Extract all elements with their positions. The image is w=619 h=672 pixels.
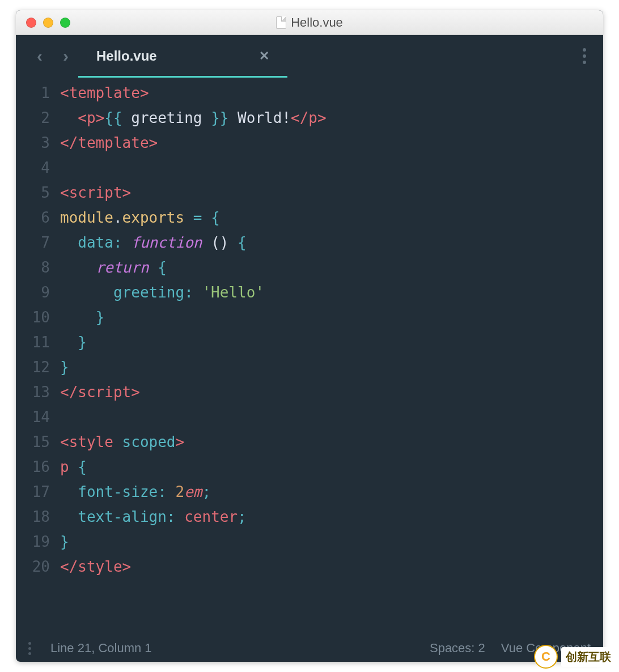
status-bar: Line 21, Column 1 Spaces: 2 Vue Componen…	[16, 635, 603, 662]
code-line[interactable]: return {	[60, 255, 603, 280]
line-number: 14	[16, 405, 50, 429]
line-number: 2	[16, 105, 50, 130]
code-line[interactable]: text-align: center;	[60, 504, 603, 529]
line-number: 17	[16, 479, 50, 504]
code-line[interactable]: <template>	[60, 80, 603, 105]
line-number: 3	[16, 130, 50, 155]
line-number: 12	[16, 355, 50, 380]
line-number: 4	[16, 155, 50, 180]
code-line[interactable]: data: function () {	[60, 230, 603, 255]
nav-forward-button[interactable]: ›	[58, 46, 74, 66]
line-number-gutter: 1234567891011121314151617181920	[16, 80, 58, 635]
code-line[interactable]	[60, 405, 603, 429]
close-tab-icon[interactable]: ✕	[259, 49, 269, 63]
cursor-position[interactable]: Line 21, Column 1	[50, 641, 152, 656]
line-number: 7	[16, 230, 50, 255]
code-line[interactable]	[60, 155, 603, 180]
syntax-mode[interactable]: Vue Component	[501, 641, 591, 656]
active-tab-indicator	[78, 76, 287, 78]
code-line[interactable]: module.exports = {	[60, 205, 603, 230]
code-line[interactable]: }	[60, 305, 603, 330]
code-line[interactable]: <p>{{ greeting }} World!</p>	[60, 105, 603, 130]
titlebar: Hello.vue	[16, 10, 603, 35]
file-icon	[276, 16, 286, 29]
code-line[interactable]: <style scoped>	[60, 429, 603, 454]
window-title-text: Hello.vue	[291, 15, 343, 30]
window-title: Hello.vue	[16, 15, 603, 30]
close-window-button[interactable]	[26, 18, 36, 28]
tab-bar: ‹ › Hello.vue ✕	[16, 35, 603, 77]
nav-back-button[interactable]: ‹	[32, 46, 48, 66]
code-line[interactable]: </style>	[60, 554, 603, 579]
code-line[interactable]: <script>	[60, 180, 603, 205]
tab-label: Hello.vue	[96, 48, 157, 64]
line-number: 1	[16, 80, 50, 105]
status-menu-button[interactable]	[28, 642, 31, 655]
indent-setting[interactable]: Spaces: 2	[430, 641, 485, 656]
line-number: 19	[16, 529, 50, 554]
code-line[interactable]: }	[60, 529, 603, 554]
code-line[interactable]: }	[60, 330, 603, 355]
line-number: 5	[16, 180, 50, 205]
line-number: 16	[16, 454, 50, 479]
line-number: 11	[16, 330, 50, 355]
line-number: 6	[16, 205, 50, 230]
line-number: 8	[16, 255, 50, 280]
code-line[interactable]: }	[60, 355, 603, 380]
window-controls	[16, 18, 70, 28]
tab-hello-vue[interactable]: Hello.vue ✕	[84, 42, 282, 70]
line-number: 13	[16, 380, 50, 405]
code-line[interactable]: greeting: 'Hello'	[60, 280, 603, 305]
code-editor[interactable]: 1234567891011121314151617181920 <templat…	[16, 77, 603, 635]
line-number: 9	[16, 280, 50, 305]
editor-window: Hello.vue ‹ › Hello.vue ✕ 12345678910111…	[16, 10, 603, 662]
maximize-window-button[interactable]	[60, 18, 70, 28]
line-number: 20	[16, 554, 50, 579]
more-options-button[interactable]	[577, 42, 592, 70]
code-line[interactable]: p {	[60, 454, 603, 479]
line-number: 10	[16, 305, 50, 330]
minimize-window-button[interactable]	[43, 18, 53, 28]
code-line[interactable]: </script>	[60, 380, 603, 405]
line-number: 15	[16, 429, 50, 454]
code-line[interactable]: </template>	[60, 130, 603, 155]
code-content[interactable]: <template> <p>{{ greeting }} World!</p><…	[58, 80, 603, 635]
line-number: 18	[16, 504, 50, 529]
code-line[interactable]: font-size: 2em;	[60, 479, 603, 504]
